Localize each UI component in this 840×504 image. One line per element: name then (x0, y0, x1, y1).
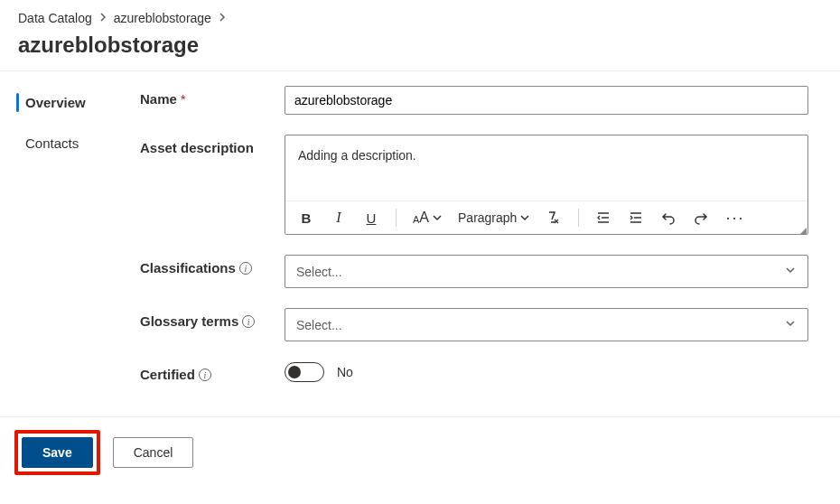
description-label: Asset description (140, 135, 285, 235)
indent-decrease-button[interactable] (595, 209, 611, 227)
separator (578, 209, 579, 227)
left-nav: Overview Contacts (0, 71, 122, 416)
indent-increase-button[interactable] (628, 209, 644, 227)
form: Name * Asset description Adding a descri… (122, 71, 826, 416)
paragraph-dropdown[interactable]: Paragraph (458, 210, 529, 225)
breadcrumb: Data Catalog azureblobstorage (0, 0, 840, 29)
tab-contacts[interactable]: Contacts (0, 132, 122, 154)
certified-value: No (337, 365, 353, 379)
required-indicator: * (181, 91, 186, 107)
breadcrumb-item-catalog[interactable]: Data Catalog (18, 11, 92, 25)
more-options-button[interactable]: ··· (725, 209, 744, 227)
page-title: azureblobstorage (0, 29, 840, 70)
clear-format-button[interactable] (546, 209, 562, 227)
underline-button[interactable]: U (363, 209, 379, 227)
editor-toolbar: B I U AA Paragraph (285, 201, 807, 234)
save-button[interactable]: Save (22, 437, 93, 468)
breadcrumb-item-asset[interactable]: azureblobstorage (114, 11, 211, 25)
glossary-select[interactable]: Select... (285, 308, 808, 341)
undo-button[interactable] (660, 209, 677, 227)
name-input[interactable] (285, 86, 808, 115)
certified-label: Certified i (140, 361, 285, 382)
separator (396, 209, 397, 227)
bold-button[interactable]: B (298, 209, 314, 227)
footer: Save Cancel (0, 417, 840, 488)
name-label: Name * (140, 86, 285, 115)
classifications-label: Classifications i (140, 255, 285, 288)
info-icon: i (199, 369, 211, 381)
cancel-button[interactable]: Cancel (113, 437, 194, 468)
glossary-label: Glossary terms i (140, 308, 285, 341)
info-icon: i (239, 262, 252, 275)
description-textarea[interactable]: Adding a description. (285, 135, 807, 201)
classifications-select[interactable]: Select... (285, 255, 808, 288)
chevron-right-icon (219, 12, 226, 24)
description-editor: Adding a description. B I U AA Paragraph (285, 135, 808, 235)
redo-button[interactable] (693, 209, 709, 227)
certified-toggle[interactable] (285, 362, 324, 382)
chevron-down-icon (784, 264, 797, 279)
info-icon: i (242, 315, 255, 328)
font-size-button[interactable]: AA (413, 209, 442, 227)
tab-overview[interactable]: Overview (0, 91, 122, 114)
chevron-down-icon (784, 317, 797, 332)
highlight-box: Save (14, 430, 100, 475)
resize-handle[interactable] (799, 228, 807, 235)
italic-button[interactable]: I (331, 209, 347, 227)
chevron-right-icon (99, 12, 107, 24)
